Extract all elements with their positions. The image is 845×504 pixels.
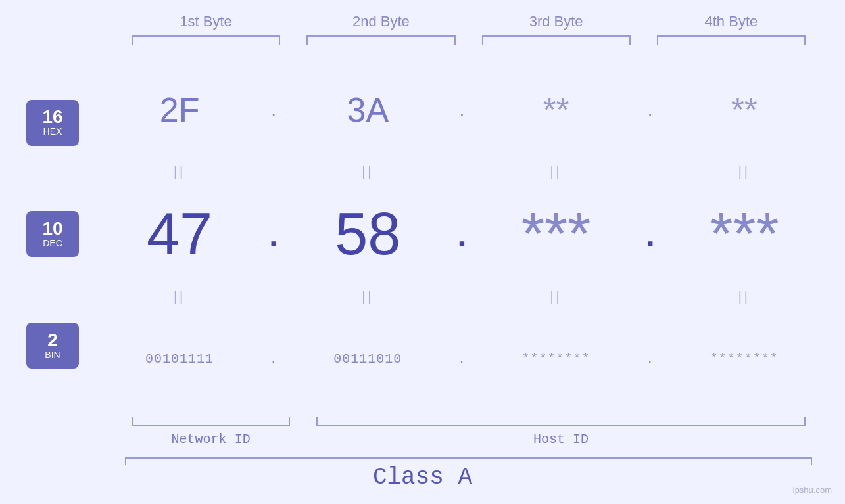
base-labels-column: 16 HEX 10 DEC 2 BIN (26, 60, 105, 408)
bin-row: 00101111 . 00111010 . ******** . (105, 309, 819, 408)
bin-dot1: . (270, 352, 278, 367)
dec-byte3: *** (482, 200, 631, 268)
dec-byte1: 47 (105, 200, 254, 268)
equals-1-2: || (293, 164, 442, 179)
watermark: ipshu.com (793, 485, 832, 495)
dec-badge-label: DEC (43, 238, 62, 249)
host-bracket (310, 415, 812, 426)
bin-byte1: 00101111 (105, 352, 254, 367)
hex-row: 2F . 3A . ** . ** (105, 60, 819, 159)
dec-badge-number: 10 (42, 219, 62, 238)
hex-byte3: ** (482, 90, 631, 129)
bin-byte2-value: 00111010 (333, 352, 402, 367)
hex-dot2: . (460, 99, 465, 120)
bin-sep2: . (443, 352, 482, 367)
network-id-label: Network ID (125, 432, 297, 447)
hex-dot1: . (271, 99, 276, 120)
main-container: 1st Byte 2nd Byte 3rd Byte 4th Byte (0, 0, 845, 504)
hex-byte1-value: 2F (160, 90, 200, 129)
big-bottom-bracket-row (26, 457, 819, 459)
bin-badge-label: BIN (45, 350, 60, 361)
dec-dot1: . (269, 216, 278, 254)
bin-dot3: . (646, 352, 654, 367)
byte2-header: 2nd Byte (293, 13, 468, 35)
bin-badge: 2 BIN (26, 323, 79, 369)
class-label: Class A (26, 464, 819, 491)
hex-badge: 16 HEX (26, 100, 79, 146)
dec-byte2: 58 (293, 200, 442, 268)
equals-1-3: || (482, 164, 631, 179)
equals-row-1: || || || || (105, 159, 819, 185)
main-display-area: 16 HEX 10 DEC 2 BIN 2F . (26, 60, 819, 408)
byte3-header: 3rd Byte (469, 13, 644, 35)
bin-byte3-value: ******** (522, 352, 591, 367)
dec-byte2-value: 58 (335, 200, 400, 268)
bin-byte4: ******** (670, 352, 819, 367)
dec-row: 47 . 58 . *** . *** (105, 185, 819, 284)
bin-byte2: 00111010 (293, 352, 442, 367)
bin-byte4-value: ******** (710, 352, 779, 367)
bin-sep1: . (254, 352, 293, 367)
dec-byte4-value: *** (710, 200, 779, 268)
hex-sep2: . (443, 99, 482, 120)
hex-byte2: 3A (293, 90, 442, 129)
bin-byte1-value: 00101111 (145, 352, 214, 367)
equals-row-2: || || || || (105, 283, 819, 309)
equals-1-4: || (670, 164, 819, 179)
bytes-display-area: 2F . 3A . ** . ** (105, 60, 819, 408)
bottom-brackets (118, 415, 819, 426)
hex-sep1: . (254, 99, 293, 120)
dec-dot3: . (646, 216, 655, 254)
bin-byte3: ******** (482, 352, 631, 367)
bracket-top-4 (650, 35, 812, 47)
dec-byte1-value: 47 (147, 200, 212, 268)
hex-byte2-value: 3A (347, 90, 389, 129)
equals-2-1: || (105, 289, 254, 304)
bracket-top-2 (300, 35, 462, 47)
dec-sep1: . (254, 215, 293, 254)
id-labels-row: Network ID Host ID (118, 432, 819, 447)
hex-sep3: . (631, 99, 670, 120)
equals-1-1: || (105, 164, 254, 179)
dec-dot2: . (457, 216, 466, 254)
bracket-top-3 (475, 35, 637, 47)
bottom-bracket-area: Network ID Host ID (26, 415, 819, 447)
bracket-top-1 (125, 35, 287, 47)
byte1-header: 1st Byte (118, 13, 293, 35)
dec-byte3-value: *** (521, 200, 591, 268)
hex-badge-label: HEX (43, 126, 62, 137)
hex-byte4: ** (670, 90, 819, 129)
bin-dot2: . (458, 352, 466, 367)
dec-sep3: . (631, 215, 670, 254)
network-bracket (125, 415, 297, 426)
hex-dot3: . (648, 99, 653, 120)
top-brackets (26, 35, 819, 47)
dec-byte4: *** (670, 200, 819, 268)
hex-byte1: 2F (105, 90, 254, 129)
bin-badge-number: 2 (47, 331, 58, 350)
equals-2-4: || (670, 289, 819, 304)
dec-sep2: . (443, 215, 482, 254)
equals-2-3: || (482, 289, 631, 304)
dec-badge: 10 DEC (26, 211, 79, 257)
byte-header-row: 1st Byte 2nd Byte 3rd Byte 4th Byte (26, 13, 819, 35)
host-id-label: Host ID (310, 432, 812, 447)
hex-byte3-value: ** (543, 90, 569, 129)
hex-badge-number: 16 (42, 108, 62, 126)
bin-sep3: . (631, 352, 670, 367)
byte4-header: 4th Byte (644, 13, 819, 35)
equals-2-2: || (293, 289, 442, 304)
big-bracket-line (125, 457, 812, 459)
hex-byte4-value: ** (731, 90, 758, 129)
